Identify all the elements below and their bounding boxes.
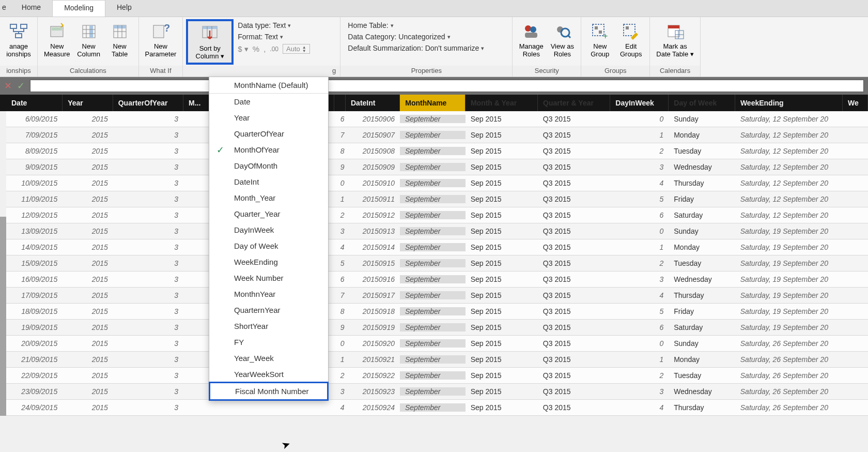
table-row[interactable]: 6/09/201520153620150906SeptemberSep 2015…: [6, 111, 868, 127]
col-weekending[interactable]: WeekEnding: [735, 95, 843, 111]
table-row[interactable]: 16/09/201520153620150916SeptemberSep 201…: [6, 272, 868, 288]
menu-item[interactable]: ✓MonthOfYear: [209, 142, 328, 158]
group-label-groups: Groups: [581, 66, 649, 77]
tab-help[interactable]: Help: [105, 0, 143, 17]
menu-item[interactable]: Week Number: [209, 270, 328, 286]
col-quarterofyear[interactable]: QuarterOfYear: [113, 95, 183, 111]
table-row[interactable]: 20/09/201520153020150920SeptemberSep 201…: [6, 336, 868, 352]
cell: 3: [113, 371, 183, 380]
data-type-dropdown[interactable]: Data type: Text: [238, 21, 333, 29]
tab-file-partial[interactable]: e: [0, 0, 10, 17]
new-table-button[interactable]: New Table: [104, 19, 135, 61]
menu-item[interactable]: WeekEnding: [209, 254, 328, 270]
cell: 3: [334, 387, 345, 396]
col-monthname[interactable]: MonthName: [400, 95, 466, 111]
summarization-dropdown[interactable]: Default Summarization: Don't summarize: [348, 44, 505, 52]
cell: 15/09/2015: [6, 259, 63, 267]
manage-relationships-button[interactable]: anage ionships: [3, 19, 34, 61]
menu-item[interactable]: MonthnYear: [209, 286, 328, 302]
formula-commit-icon[interactable]: ✓: [17, 80, 25, 92]
new-measure-button[interactable]: New Measure: [41, 19, 73, 61]
table-row[interactable]: 8/09/201520153820150908SeptemberSep 2015…: [6, 143, 868, 159]
cell: 22/09/2015: [6, 371, 63, 380]
table-row[interactable]: 15/09/201520153520150915SeptemberSep 201…: [6, 255, 868, 272]
menu-item[interactable]: Fiscal Month Number: [209, 382, 329, 401]
menu-item[interactable]: FY: [209, 334, 328, 350]
manage-relationships-l1: anage: [9, 43, 28, 51]
cell: September: [400, 179, 466, 187]
col-month-year[interactable]: Month & Year: [466, 95, 538, 111]
table-row[interactable]: 10/09/201520153020150910SeptemberSep 201…: [6, 175, 868, 191]
percent-button[interactable]: %: [253, 44, 259, 53]
decimals-button[interactable]: .00: [270, 46, 278, 53]
manage-roles-button[interactable]: Manage Roles: [516, 19, 547, 61]
cell: September: [400, 403, 466, 412]
currency-button[interactable]: $ ▾: [238, 44, 249, 54]
col-quarter-year[interactable]: Quarter & Year: [538, 95, 610, 111]
menu-item[interactable]: QuarternYear: [209, 302, 328, 318]
cell: 2015: [63, 355, 113, 364]
cell: 5: [334, 259, 345, 267]
edit-groups-button[interactable]: Edit Groups: [615, 19, 646, 61]
menu-item[interactable]: Date: [209, 94, 328, 110]
menu-item[interactable]: Day of Week: [209, 238, 328, 254]
table-row[interactable]: 9/09/201520153920150909SeptemberSep 2015…: [6, 159, 868, 175]
decimal-places-input[interactable]: Auto ▲▼: [283, 44, 310, 54]
col-year[interactable]: Year: [63, 95, 113, 111]
thousands-button[interactable]: ,: [264, 44, 266, 53]
format-dropdown[interactable]: Format: Text: [238, 33, 333, 41]
table-row[interactable]: 21/09/201520153120150921SeptemberSep 201…: [6, 352, 868, 368]
table-row[interactable]: 22/09/201520153220150922SeptemberSep 201…: [6, 368, 868, 384]
tab-modeling[interactable]: Modeling: [52, 0, 105, 17]
menu-item[interactable]: DayInWeek: [209, 222, 328, 238]
menu-item[interactable]: Month_Year: [209, 190, 328, 206]
tab-home[interactable]: Home: [10, 0, 52, 17]
menu-item[interactable]: Year_Week: [209, 350, 328, 366]
view-as-roles-button[interactable]: View as Roles: [547, 19, 578, 61]
formula-input[interactable]: [30, 80, 864, 92]
menu-item[interactable]: DayOfMonth: [209, 158, 328, 174]
table-row[interactable]: 19/09/201520153920150919SeptemberSep 201…: [6, 320, 868, 336]
col-dayofweek[interactable]: Day of Week: [669, 95, 735, 111]
cell: Saturday, 26 September 20: [735, 371, 843, 380]
col-date[interactable]: Date: [6, 95, 63, 111]
svg-text:?: ?: [164, 22, 170, 34]
table-row[interactable]: 12/09/201520153220150912SeptemberSep 201…: [6, 207, 868, 223]
menu-item[interactable]: DateInt: [209, 174, 328, 190]
cell: Tuesday: [669, 371, 735, 380]
col-hidden-tail: [334, 95, 346, 111]
cell: Sep 2015: [466, 227, 538, 235]
cell: September: [400, 243, 466, 251]
table-row[interactable]: 24/09/201520153420150924SeptemberSep 201…: [6, 400, 868, 416]
col-dayinweek[interactable]: DayInWeek: [610, 95, 669, 111]
cell: 2015: [63, 403, 113, 412]
table-row[interactable]: 18/09/201520153820150918SeptemberSep 201…: [6, 304, 868, 320]
menu-item[interactable]: Year: [209, 110, 328, 126]
menu-item[interactable]: QuarterOfYear: [209, 126, 328, 142]
menu-item[interactable]: ShortYear: [209, 318, 328, 334]
cell: 4: [610, 291, 669, 299]
table-row[interactable]: 13/09/201520153320150913SeptemberSep 201…: [6, 223, 868, 239]
home-table-dropdown[interactable]: Home Table:: [348, 21, 505, 29]
table-row[interactable]: 14/09/201520153420150914SeptemberSep 201…: [6, 239, 868, 255]
menu-item[interactable]: Quarter_Year: [209, 206, 328, 222]
table-row[interactable]: 11/09/201520153120150911SeptemberSep 201…: [6, 191, 868, 207]
cell: Q3 2015: [538, 211, 610, 219]
new-parameter-button[interactable]: ? New Parameter: [142, 19, 180, 61]
cell: Sep 2015: [466, 275, 538, 283]
sort-by-column-button[interactable]: Sort by Column ▾: [186, 19, 234, 65]
new-group-button[interactable]: + New Group: [584, 19, 615, 61]
cell: Q3 2015: [538, 259, 610, 267]
table-row[interactable]: 17/09/201520153720150917SeptemberSep 201…: [6, 288, 868, 304]
formula-cancel-icon[interactable]: ✕: [4, 80, 12, 92]
new-column-button[interactable]: New Column: [73, 19, 104, 61]
table-row[interactable]: 7/09/201520153720150907SeptemberSep 2015…: [6, 127, 868, 143]
grid-body[interactable]: 6/09/201520153620150906SeptemberSep 2015…: [0, 111, 868, 416]
mark-as-date-table-button[interactable]: Mark as Date Table ▾: [653, 19, 697, 61]
data-category-dropdown[interactable]: Data Category: Uncategorized: [348, 33, 505, 41]
menu-default[interactable]: MonthName (Default): [209, 77, 328, 94]
col-dateint[interactable]: DateInt: [346, 95, 400, 111]
table-row[interactable]: 23/09/201520153320150923SeptemberSep 201…: [6, 384, 868, 400]
menu-item[interactable]: YearWeekSort: [209, 366, 328, 382]
col-week-partial[interactable]: We: [843, 95, 868, 111]
